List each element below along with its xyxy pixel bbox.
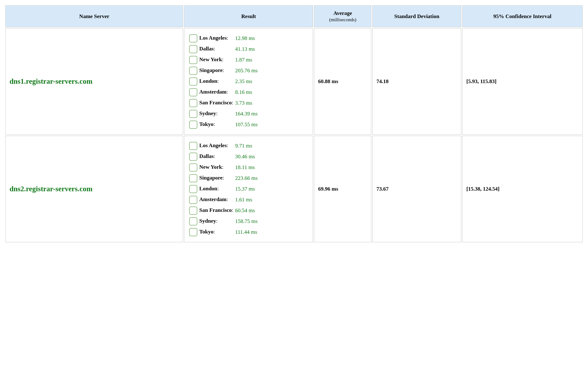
results-list: Los Angeles:9.71 ms Dallas:30.46 ms New … bbox=[188, 141, 259, 238]
result-ms: 107.55 ms bbox=[234, 119, 259, 130]
result-city: Dallas bbox=[199, 46, 214, 52]
result-item: Dallas:30.46 ms bbox=[188, 151, 259, 162]
result-ms: 12.98 ms bbox=[234, 33, 259, 44]
result-item: San Francisco:60.54 ms bbox=[188, 205, 259, 216]
result-ms: 2.35 ms bbox=[234, 76, 259, 87]
result-item: San Francisco:3.73 ms bbox=[188, 98, 259, 108]
result-item: Tokyo:107.55 ms bbox=[188, 119, 259, 130]
std-dev-value: 74.18 bbox=[372, 28, 461, 135]
check-icon bbox=[189, 88, 197, 96]
result-city: Amsterdam bbox=[199, 196, 227, 202]
result-item: Los Angeles:12.98 ms bbox=[188, 33, 259, 44]
result-ms: 164.39 ms bbox=[234, 108, 259, 119]
result-ms: 223.66 ms bbox=[234, 173, 259, 184]
result-ms: 3.73 ms bbox=[234, 98, 259, 108]
result-city: Tokyo bbox=[199, 121, 214, 127]
result-item: Singapore:205.76 ms bbox=[188, 65, 259, 76]
check-icon bbox=[189, 99, 197, 107]
result-item: Singapore:223.66 ms bbox=[188, 173, 259, 184]
result-ms: 41.13 ms bbox=[234, 44, 259, 55]
table-row: dns1.registrar-servers.com Los Angeles:1… bbox=[5, 28, 583, 135]
check-icon bbox=[189, 67, 197, 75]
check-icon bbox=[189, 217, 197, 226]
result-city: Dallas bbox=[199, 153, 214, 159]
result-ms: 30.46 ms bbox=[234, 151, 259, 162]
result-city: New York bbox=[199, 164, 222, 170]
result-ms: 1.87 ms bbox=[234, 55, 259, 65]
check-icon bbox=[189, 228, 197, 236]
result-item: New York:18.11 ms bbox=[188, 162, 259, 173]
check-icon bbox=[189, 206, 197, 215]
table-row: dns2.registrar-servers.com Los Angeles:9… bbox=[5, 136, 583, 242]
check-icon bbox=[189, 142, 197, 150]
average-value: 60.88 ms bbox=[314, 28, 371, 135]
result-item: Sydney:164.39 ms bbox=[188, 108, 259, 119]
nameserver-name: dns2.registrar-servers.com bbox=[5, 136, 183, 242]
result-city: Singapore bbox=[199, 67, 222, 73]
check-icon bbox=[189, 56, 197, 64]
result-item: London:15.37 ms bbox=[188, 184, 259, 194]
result-city: Los Angeles bbox=[199, 142, 227, 148]
check-icon bbox=[189, 45, 197, 53]
result-ms: 15.37 ms bbox=[234, 184, 259, 194]
result-cell: Los Angeles:9.71 ms Dallas:30.46 ms New … bbox=[184, 136, 313, 242]
result-city: London bbox=[199, 186, 217, 192]
result-ms: 18.11 ms bbox=[234, 162, 259, 173]
header-average-sub: (milliseconds) bbox=[317, 17, 368, 23]
header-std-dev: Standard Deviation bbox=[372, 5, 461, 27]
check-icon bbox=[189, 185, 197, 193]
result-city: Amsterdam bbox=[199, 89, 227, 95]
check-icon bbox=[189, 121, 197, 129]
header-result: Result bbox=[184, 5, 313, 27]
result-ms: 8.16 ms bbox=[234, 87, 259, 98]
header-average-label: Average bbox=[333, 10, 352, 16]
check-icon bbox=[189, 110, 197, 118]
result-item: Amsterdam:8.16 ms bbox=[188, 87, 259, 98]
ci-value: [5.93, 115.83] bbox=[462, 28, 583, 135]
result-ms: 205.76 ms bbox=[234, 65, 259, 76]
check-icon bbox=[189, 196, 197, 204]
result-ms: 1.61 ms bbox=[234, 194, 259, 205]
results-list: Los Angeles:12.98 ms Dallas:41.13 ms New… bbox=[188, 33, 259, 130]
result-city: Sydney bbox=[199, 110, 216, 116]
check-icon bbox=[189, 34, 197, 43]
result-cell: Los Angeles:12.98 ms Dallas:41.13 ms New… bbox=[184, 28, 313, 135]
result-ms: 158.75 ms bbox=[234, 216, 259, 227]
ci-value: [15.38, 124.54] bbox=[462, 136, 583, 242]
result-item: Tokyo:111.44 ms bbox=[188, 227, 259, 238]
result-ms: 60.54 ms bbox=[234, 205, 259, 216]
std-dev-value: 73.67 bbox=[372, 136, 461, 242]
check-icon bbox=[189, 174, 197, 182]
nameserver-name: dns1.registrar-servers.com bbox=[5, 28, 183, 135]
header-average: Average (milliseconds) bbox=[314, 5, 371, 27]
result-item: Dallas:41.13 ms bbox=[188, 44, 259, 55]
result-item: London:2.35 ms bbox=[188, 76, 259, 87]
result-city: Tokyo bbox=[199, 229, 214, 235]
result-city: Los Angeles bbox=[199, 35, 227, 41]
check-icon bbox=[189, 163, 197, 172]
result-city: London bbox=[199, 78, 217, 84]
check-icon bbox=[189, 77, 197, 86]
result-city: San Francisco bbox=[199, 207, 232, 213]
result-city: New York bbox=[199, 56, 222, 62]
result-city: Singapore bbox=[199, 175, 222, 181]
header-ci: 95% Confidence Interval bbox=[462, 5, 583, 27]
result-city: Sydney bbox=[199, 218, 216, 224]
result-item: New York:1.87 ms bbox=[188, 55, 259, 65]
nameserver-table: Name Server Result Average (milliseconds… bbox=[4, 4, 584, 243]
result-ms: 111.44 ms bbox=[234, 227, 259, 238]
header-row: Name Server Result Average (milliseconds… bbox=[5, 5, 583, 27]
result-item: Los Angeles:9.71 ms bbox=[188, 141, 259, 151]
header-name-server: Name Server bbox=[5, 5, 183, 27]
check-icon bbox=[189, 153, 197, 161]
result-item: Amsterdam:1.61 ms bbox=[188, 194, 259, 205]
result-city: San Francisco bbox=[199, 100, 232, 106]
result-item: Sydney:158.75 ms bbox=[188, 216, 259, 227]
result-ms: 9.71 ms bbox=[234, 141, 259, 151]
average-value: 69.96 ms bbox=[314, 136, 371, 242]
